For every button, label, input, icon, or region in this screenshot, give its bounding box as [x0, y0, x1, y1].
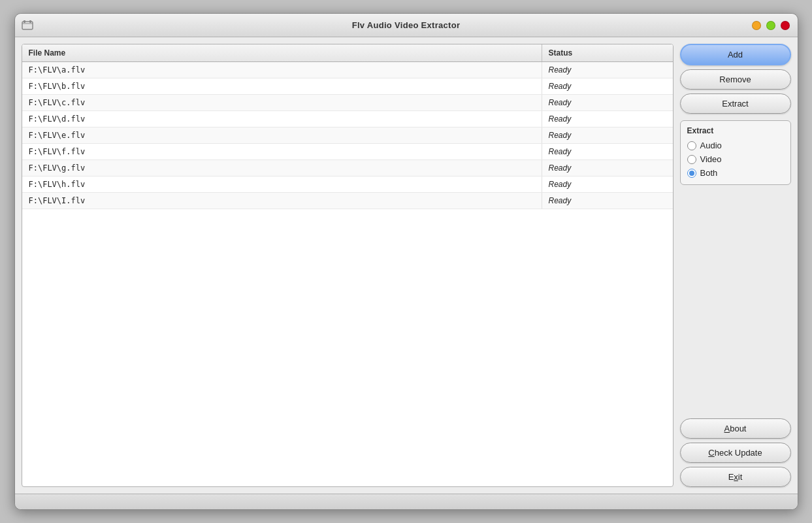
main-window: Flv Audio Video Extractor File Name Stat…: [14, 13, 798, 510]
exit-button[interactable]: Exit: [680, 467, 791, 487]
svg-rect-2: [24, 20, 25, 23]
check-update-label: Check Update: [708, 448, 762, 458]
minimize-button[interactable]: [752, 21, 761, 30]
table-row[interactable]: F:\FLV\b.flvReady: [22, 78, 673, 95]
cell-filename: F:\FLV\b.flv: [22, 78, 542, 94]
cell-status: Ready: [542, 62, 673, 78]
radio-video-item[interactable]: Video: [687, 154, 784, 164]
cell-filename: F:\FLV\h.flv: [22, 177, 542, 192]
table-body: F:\FLV\a.flvReadyF:\FLV\b.flvReadyF:\FLV…: [22, 62, 673, 486]
table-row[interactable]: F:\FLV\d.flvReady: [22, 111, 673, 127]
bottom-buttons: About Check Update Exit: [680, 418, 791, 487]
table-row[interactable]: F:\FLV\a.flvReady: [22, 62, 673, 78]
exit-label: Exit: [728, 472, 743, 482]
cell-filename: F:\FLV\f.flv: [22, 144, 542, 160]
cell-status: Ready: [542, 177, 673, 192]
traffic-lights[interactable]: [752, 21, 790, 30]
about-button[interactable]: About: [680, 418, 791, 439]
close-button[interactable]: [781, 21, 790, 30]
titlebar: Flv Audio Video Extractor: [15, 14, 798, 37]
about-label: About: [724, 424, 747, 433]
svg-rect-3: [29, 20, 31, 23]
cell-filename: F:\FLV\a.flv: [22, 62, 542, 78]
file-list-panel: File Name Status F:\FLV\a.flvReadyF:\FLV…: [22, 44, 674, 487]
sidebar-spacer: [680, 189, 791, 414]
table-row[interactable]: F:\FLV\g.flvReady: [22, 160, 673, 177]
sidebar: Add Remove Extract Extract Audio Video B…: [680, 44, 791, 487]
extract-group: Extract Audio Video Both: [680, 120, 791, 185]
window-body: File Name Status F:\FLV\a.flvReadyF:\FLV…: [15, 37, 798, 494]
radio-both-label: Both: [700, 168, 718, 178]
check-update-button[interactable]: Check Update: [680, 443, 791, 463]
zoom-button[interactable]: [766, 21, 775, 30]
cell-filename: F:\FLV\c.flv: [22, 95, 542, 110]
cell-filename: F:\FLV\g.flv: [22, 160, 542, 176]
window-icon: [22, 20, 33, 31]
col-header-status: Status: [542, 44, 673, 61]
table-row[interactable]: F:\FLV\I.flvReady: [22, 193, 673, 209]
cell-status: Ready: [542, 78, 673, 94]
status-bar: [15, 494, 798, 509]
cell-status: Ready: [542, 111, 673, 127]
table-header: File Name Status: [22, 44, 673, 62]
extract-button[interactable]: Extract: [680, 93, 791, 114]
radio-audio-item[interactable]: Audio: [687, 141, 784, 150]
add-button[interactable]: Add: [680, 44, 791, 65]
table-row[interactable]: F:\FLV\c.flvReady: [22, 95, 673, 111]
window-title: Flv Audio Video Extractor: [352, 20, 461, 30]
cell-status: Ready: [542, 127, 673, 143]
col-header-filename: File Name: [22, 44, 542, 61]
cell-status: Ready: [542, 95, 673, 110]
table-row[interactable]: F:\FLV\e.flvReady: [22, 127, 673, 144]
cell-filename: F:\FLV\e.flv: [22, 127, 542, 143]
radio-video-circle[interactable]: [687, 155, 696, 164]
extract-group-title: Extract: [687, 126, 784, 135]
cell-status: Ready: [542, 160, 673, 176]
cell-status: Ready: [542, 144, 673, 160]
cell-status: Ready: [542, 193, 673, 209]
radio-audio-circle[interactable]: [687, 141, 696, 150]
cell-filename: F:\FLV\I.flv: [22, 193, 542, 209]
table-row[interactable]: F:\FLV\f.flvReady: [22, 144, 673, 160]
radio-video-label: Video: [700, 154, 722, 164]
radio-audio-label: Audio: [700, 141, 722, 150]
remove-button[interactable]: Remove: [680, 69, 791, 90]
radio-both-circle[interactable]: [687, 169, 696, 178]
title-icon-area: [22, 20, 33, 31]
cell-filename: F:\FLV\d.flv: [22, 111, 542, 127]
table-row[interactable]: F:\FLV\h.flvReady: [22, 177, 673, 193]
radio-both-item[interactable]: Both: [687, 168, 784, 178]
